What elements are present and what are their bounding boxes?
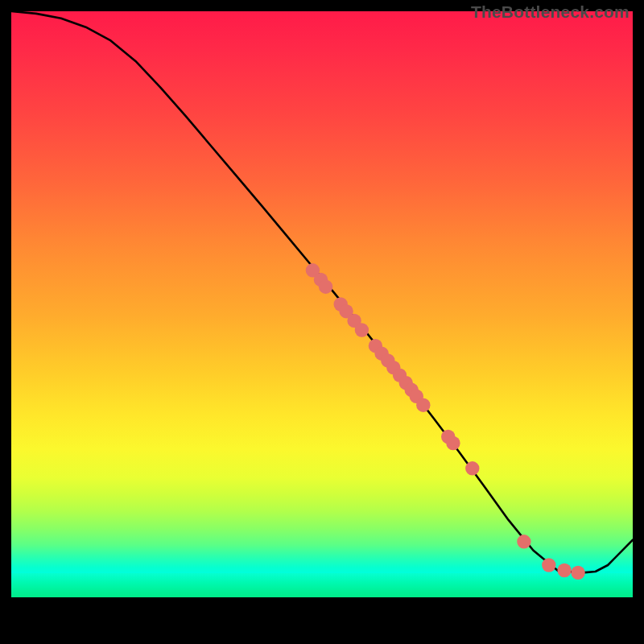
data-point [571,566,584,580]
data-point [557,564,571,577]
chart-stage: TheBottleneck.com [0,0,644,644]
data-point [355,323,369,336]
data-points [306,263,585,580]
plot-area [11,11,633,633]
data-point [319,280,332,294]
data-point [416,398,430,412]
data-point [465,461,479,475]
data-point [542,558,555,572]
data-point [446,436,460,450]
data-point [517,535,530,548]
attribution-text: TheBottleneck.com [471,2,630,22]
chart-svg [11,11,633,633]
